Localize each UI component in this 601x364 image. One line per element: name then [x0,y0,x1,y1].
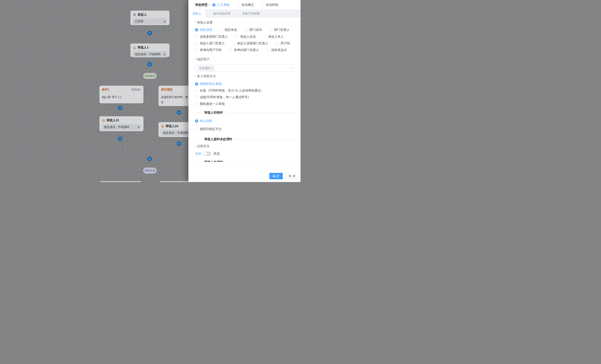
drawer-body: * 审批人设置 指定成员 指定角色 部门成员 部门负责人 [188,18,300,162]
condition-priority: 优先级1 [131,88,141,91]
radio-process-expression[interactable]: 流程表达式 [266,48,287,52]
multi-mode-label: * 多人审批方式 [195,74,296,79]
radio-dot-icon [235,35,239,38]
radio-dot-icon [195,128,198,131]
timeout-toggle[interactable] [203,152,211,156]
add-branch-label: 添加分支 [145,169,155,172]
reject-section-title: 审批人拒绝时 [204,111,223,115]
required-asterisk: * [195,75,196,78]
node-config-text: 指定成员：芋道源码 [163,131,188,135]
condition-node-1[interactable]: 条件1 优先级1 (输入框 等于 1 ) [100,86,143,103]
stamp-icon [133,46,136,49]
radio-multi-level-dept-leader[interactable]: 连续多级部门负责人 [195,35,228,39]
radio-dot-icon [269,28,272,31]
radio-dot-icon [195,28,198,31]
connector-line [120,76,120,86]
start-node[interactable]: 发起人 已设置 [130,10,170,25]
radio-assigned-role[interactable]: 指定角色 [220,28,237,32]
cancel-button[interactable]: 取 消 [285,173,299,179]
radio-sequential-approve[interactable]: 按顺序依次审批 [195,82,222,86]
node-title: 审批人1 [138,46,149,50]
timeout-section-divider: 审批人超时未处理时 [195,137,296,141]
assign-user-label: * 指定用户 [195,57,296,62]
add-node-button[interactable] [118,136,122,141]
timeout-switch-row: 关闭 开启 [195,152,296,156]
connector-line [179,76,179,86]
add-node-button[interactable] [147,62,152,67]
tag-close-icon[interactable]: × [211,67,213,70]
node-config-row[interactable]: 指定成员：芋道源码 [102,124,141,130]
condition-title: 其它情况 [161,88,173,91]
approver-setting-label: * 审批人设置 [195,20,296,25]
add-node-button[interactable] [177,110,181,115]
radio-dot-icon [195,49,198,51]
enable-switch-label: * 启用开关 [195,144,296,149]
radio-or-sign[interactable]: 或签(可同时审批，有一人通过即可) [195,95,249,99]
radio-initiator-self[interactable]: 发起人本人 [263,35,284,39]
switch-on-label: 开启 [213,152,220,156]
approver-node-21[interactable]: 审批人21 指定成员：芋道源码 [100,116,143,131]
stamp-icon [102,119,105,122]
user-tag: 芋道源码 × [198,66,214,71]
tab-approver[interactable]: 审批人 [188,10,206,18]
radio-manual-approve[interactable]: 人工审批 [212,3,230,7]
add-node-button[interactable] [147,157,152,161]
radio-user-group[interactable]: 用户组 [276,41,290,45]
radio-dept-leader[interactable]: 部门负责人 [269,28,290,32]
add-node-button[interactable] [118,105,122,110]
chevron-down-icon [291,67,293,69]
radio-dept-member[interactable]: 部门成员 [245,28,262,32]
required-asterisk: * [195,58,196,61]
chevron-right-icon [163,53,165,55]
parallel-node-1[interactable]: 并行1 无优先级 [100,181,142,182]
radio-dot-icon [245,28,248,31]
radio-dot-icon [276,42,279,45]
empty-approver-section-title: 审批人为空时 [204,160,223,162]
approve-type-row: 审批类型： 人工审批 自动通过 自动拒绝 [195,2,296,8]
radio-form-user-field[interactable]: 表单内用户字段 [195,48,222,52]
condition-title: 条件1 [102,88,109,91]
radio-dot-icon [195,89,198,92]
radio-random-one[interactable]: 随机挑选一人审批 [195,102,225,106]
node-config-row[interactable]: 已设置 [133,18,167,25]
connector-line [120,131,120,154]
radio-countersign[interactable]: 会签（可同时审批，至少 % 人必须审批通过） [195,89,264,92]
approver-node-1[interactable]: 审批人1 指定成员：芋道源码 [130,43,170,57]
radio-assigned-member[interactable]: 指定成员 [195,28,212,32]
radio-dot-icon [212,3,215,6]
add-branch-button[interactable]: 添加分支 [143,167,157,174]
radio-dot-icon [232,42,235,45]
tab-form-field-permission[interactable]: 表单字段权限 [238,10,264,18]
node-config-text: 指定成员：芋道源码 [135,52,160,56]
radio-auto-reject[interactable]: 自动拒绝 [261,3,278,7]
radio-auto-pass[interactable]: 自动通过 [237,3,254,7]
radio-dot-icon [195,102,198,105]
drawer-footer: 确 定 取 消 [269,173,299,179]
radio-initiator-dept-leader[interactable]: 发起人部门负责人 [195,41,225,45]
radio-return-to-node[interactable]: 驳回到指定节点 [195,127,222,131]
add-node-button[interactable] [177,142,181,146]
radio-form-dept-leader[interactable]: 表单内部门负责人 [229,48,259,52]
radio-dot-icon [195,119,198,122]
add-condition-button[interactable]: 添加条件 [143,73,157,79]
confirm-button[interactable]: 确 定 [269,173,283,179]
radio-initiator-multi-dept-leader[interactable]: 发起人连续部门负责人 [232,41,268,45]
node-title: 审批人21 [107,118,119,122]
stamp-icon [161,125,164,128]
radio-dot-icon [263,35,266,38]
add-condition-label: 添加条件 [145,74,155,78]
reject-section-divider: 审批人拒绝时 [195,111,296,115]
add-node-button[interactable] [147,31,152,35]
node-config-row[interactable]: 指定成员：芋道源码 [133,51,167,57]
radio-terminate-process[interactable]: 终止流程 [195,119,212,123]
node-config-text: 指定成员：芋道源码 [104,125,129,129]
approve-type-label: 审批类型： [195,3,211,7]
radio-dot-icon [195,35,198,38]
user-icon [133,13,136,16]
radio-initiator-choose[interactable]: 发起人自选 [235,35,256,39]
radio-dot-icon [195,42,198,45]
tab-action-buttons[interactable]: 操作按钮设置 [209,10,235,18]
radio-dot-icon [229,49,232,51]
radio-dot-icon [195,82,198,85]
assign-user-select[interactable]: 芋道源码 × [195,65,296,71]
